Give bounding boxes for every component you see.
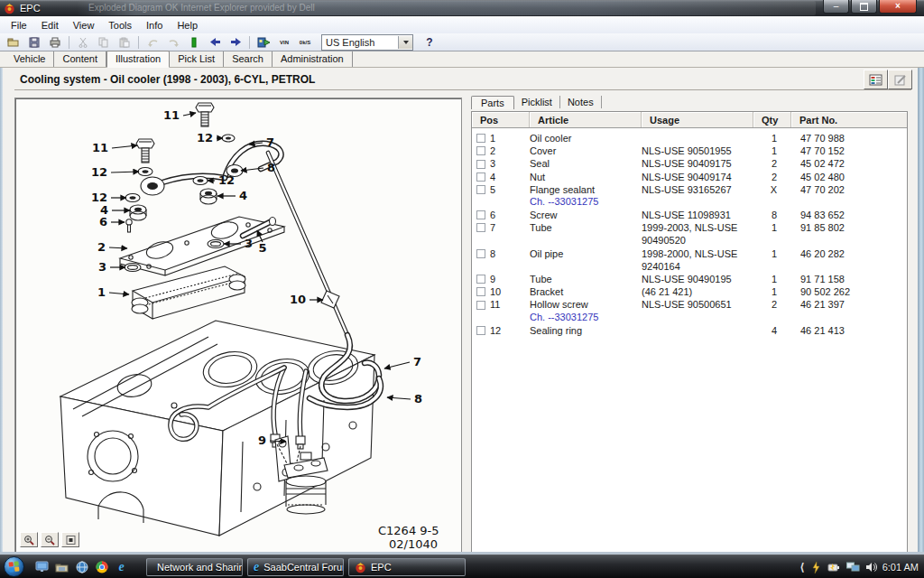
callout-2[interactable]: 2 [97, 240, 106, 254]
taskbar-item-epc[interactable]: EPC [348, 558, 466, 576]
part-checkbox[interactable] [476, 172, 485, 182]
part-checkbox[interactable] [476, 134, 485, 143]
callout-12[interactable]: 12 [91, 165, 107, 179]
cut-button[interactable] [73, 33, 93, 51]
help-button[interactable]: ? [420, 34, 439, 50]
forward-button[interactable] [226, 33, 245, 51]
callout-3[interactable]: 3 [98, 260, 106, 274]
tab-picklist[interactable]: Picklist [514, 96, 560, 108]
undo-button[interactable] [143, 33, 162, 51]
menu-tools[interactable]: Tools [101, 18, 139, 33]
part-note-link[interactable]: Ch. --33031275 [530, 196, 642, 209]
part-checkbox[interactable] [476, 146, 485, 155]
maximize-button[interactable] [851, 0, 877, 14]
menu-view[interactable]: View [66, 18, 102, 33]
vin-button[interactable]: VIN [274, 33, 294, 51]
callout-12[interactable]: 12 [218, 173, 235, 187]
part-checkbox[interactable] [476, 210, 485, 219]
part-checkbox[interactable] [476, 249, 485, 258]
parts-row[interactable]: 11 Hollow screw Ch. --33031275 NLS-USE 9… [472, 298, 907, 323]
column-header-qty[interactable]: Qty [753, 112, 791, 127]
zoom-out-button[interactable] [41, 532, 59, 547]
close-button[interactable]: × [879, 0, 917, 14]
part-checkbox[interactable] [476, 287, 485, 296]
callout-5[interactable]: 5 [258, 241, 266, 255]
quicklaunch-chrome-button[interactable] [94, 559, 109, 574]
tab-vehicle[interactable]: Vehicle [5, 51, 54, 67]
edit-note-button[interactable] [888, 70, 912, 89]
tab-parts[interactable]: Parts [471, 96, 514, 109]
taskbar-item-network[interactable]: Network and Sharing... [146, 558, 243, 576]
parts-row[interactable]: 1 Oil cooler 1 47 70 988 [472, 132, 907, 144]
parts-row[interactable]: 6 Screw NLS-USE 11098931 8 94 83 652 [472, 209, 907, 221]
column-header-usage[interactable]: Usage [642, 112, 753, 127]
zoom-in-button[interactable] [20, 532, 38, 547]
part-checkbox[interactable] [476, 326, 485, 335]
quicklaunch-explorer-button[interactable] [54, 559, 69, 574]
column-header-pos[interactable]: Pos [472, 112, 530, 127]
tab-content[interactable]: Content [54, 51, 106, 67]
part-note-link[interactable]: Ch. --33031275 [530, 312, 642, 324]
parts-list-button[interactable] [864, 70, 888, 89]
parts-row[interactable]: 2 Cover NLS-USE 90501955 1 47 70 152 [472, 144, 907, 157]
callout-6[interactable]: 6 [99, 215, 107, 228]
callout-9[interactable]: 9 [258, 434, 266, 447]
callout-4[interactable]: 4 [239, 189, 247, 202]
back-button[interactable] [205, 33, 225, 51]
part-checkbox[interactable] [476, 160, 485, 169]
callout-7[interactable]: 7 [413, 355, 421, 368]
zoom-fit-button[interactable] [61, 532, 79, 547]
battery-icon[interactable] [827, 562, 841, 573]
menu-help[interactable]: Help [170, 18, 205, 33]
menu-info[interactable]: Info [139, 18, 170, 33]
combo-dropdown-button[interactable] [398, 36, 412, 49]
copy-button[interactable] [94, 33, 114, 51]
parts-row[interactable]: 4 Nut NLS-USE 90409174 2 45 02 480 [472, 171, 907, 183]
column-header-part-no[interactable]: Part No. [791, 112, 907, 127]
parts-row[interactable]: 8 Oil pipe 1998-2000, NLS-USE 9240164 1 … [472, 247, 907, 273]
callout-12[interactable]: 12 [197, 131, 213, 144]
tab-administration[interactable]: Administration [273, 51, 353, 67]
minimize-button[interactable]: – [823, 0, 849, 14]
part-checkbox[interactable] [476, 275, 485, 284]
part-checkbox[interactable] [476, 223, 485, 232]
callout-7[interactable]: 7 [266, 135, 274, 149]
callout-8[interactable]: 8 [414, 392, 422, 406]
menu-edit[interactable]: Edit [34, 18, 66, 33]
callout-11[interactable]: 11 [92, 141, 108, 154]
tab-search[interactable]: Search [224, 51, 273, 67]
taskbar-item-saabcentral[interactable]: e SaabCentral Forums ... [247, 558, 344, 576]
power-icon[interactable] [810, 562, 822, 573]
quicklaunch-desktop-button[interactable] [34, 559, 50, 574]
volume-icon[interactable] [865, 562, 877, 573]
redo-button[interactable] [163, 33, 183, 51]
menu-file[interactable]: File [4, 18, 34, 33]
part-checkbox[interactable] [476, 185, 485, 194]
callout-1[interactable]: 1 [97, 285, 106, 299]
parts-row[interactable]: 3 Seal NLS-USE 90409175 2 45 02 472 [472, 157, 907, 170]
callout-8[interactable]: 8 [267, 161, 275, 174]
save-button[interactable] [24, 33, 44, 51]
column-header-article[interactable]: Article [530, 112, 642, 127]
tab-notes[interactable]: Notes [560, 96, 602, 108]
callout-12[interactable]: 12 [91, 191, 107, 204]
open-button[interactable] [4, 33, 23, 51]
tray-expand-icon[interactable]: ⟨ [799, 561, 804, 573]
language-combo[interactable]: US English [321, 34, 413, 51]
paste-button[interactable] [115, 33, 134, 51]
parts-row[interactable]: 5 Flange sealant Ch. --33031275 NLS-USE … [472, 183, 907, 209]
callout-3[interactable]: 3 [245, 237, 253, 250]
quicklaunch-ie-button[interactable]: e [114, 559, 129, 574]
network-status-icon[interactable] [846, 562, 860, 573]
tab-illustration[interactable]: Illustration [106, 51, 170, 68]
vehicle-button[interactable] [254, 33, 273, 51]
callout-11[interactable]: 11 [163, 108, 180, 122]
parts-row[interactable]: 7 Tube 1999-2003, NLS-USE 90490520 1 91 … [472, 221, 907, 247]
parts-row[interactable]: 9 Tube NLS-USE 90490195 1 91 71 158 [472, 273, 907, 285]
tab-pick-list[interactable]: Pick List [170, 51, 224, 67]
start-button[interactable] [4, 556, 24, 577]
part-checkbox[interactable] [476, 301, 485, 310]
callout-10[interactable]: 10 [290, 293, 306, 306]
units-button[interactable]: 0k/S [295, 33, 315, 51]
quicklaunch-globe-button[interactable] [74, 559, 89, 574]
